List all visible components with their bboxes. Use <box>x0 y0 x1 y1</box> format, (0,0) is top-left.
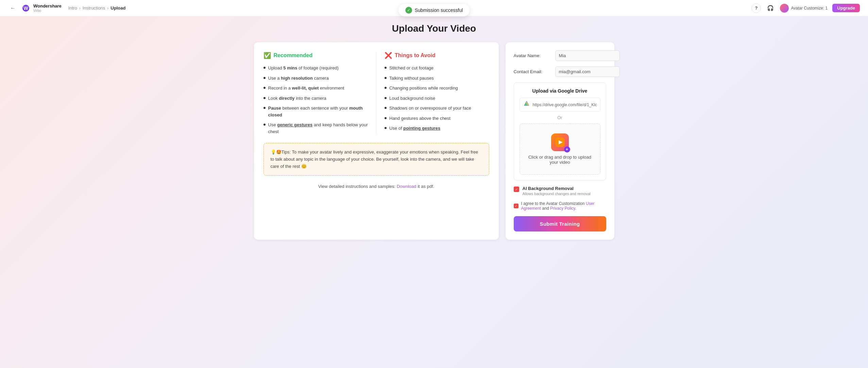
breadcrumb-instructions: Instructions <box>83 5 105 11</box>
list-item-text: Use of pointing gestures <box>389 125 440 132</box>
list-item: Use generic gestures and keep hands belo… <box>263 122 368 135</box>
contact-email-input[interactable] <box>555 66 620 77</box>
recommended-list: Upload 5 mins of footage (required) Use … <box>263 65 368 135</box>
bullet-icon <box>385 127 387 129</box>
avatar-name-input[interactable] <box>555 50 620 61</box>
logo-sub: Virbo <box>33 9 62 13</box>
list-item-text: Shadows on or overexposure of your face <box>389 105 471 112</box>
list-item-text: Pause between each sentence with your mo… <box>268 105 368 118</box>
left-panel: ✅ Recommended Upload 5 mins of footage (… <box>254 42 499 240</box>
list-item-text: Use a high resolution camera <box>268 75 329 82</box>
tips-text: 💡🤩Tips: To make your avatar lively and e… <box>271 149 478 169</box>
bullet-icon <box>385 67 387 69</box>
drive-url-input[interactable] <box>533 102 597 107</box>
avoid-list: Stitched or cut footage Talking without … <box>385 65 489 132</box>
guidelines-row: ✅ Recommended Upload 5 mins of footage (… <box>263 52 489 135</box>
upload-zone-text: Click or drag and drop to upload your vi… <box>525 155 595 165</box>
logo-brand: Wondershare <box>33 3 62 9</box>
list-item-text: Look directly into the camera <box>268 95 326 102</box>
headset-button[interactable]: 🎧 <box>766 3 775 13</box>
recommended-icon: ✅ <box>263 52 271 59</box>
privacy-policy-link[interactable]: Privacy Policy <box>550 206 575 211</box>
help-button[interactable]: ? <box>751 3 761 13</box>
bullet-icon <box>263 97 266 99</box>
logo-icon: W <box>20 3 31 14</box>
breadcrumb-sep-1: › <box>79 6 81 11</box>
toast-text: Submission successful <box>415 7 463 13</box>
terms-and: and <box>541 206 550 211</box>
bullet-icon <box>385 87 387 89</box>
logo-text-block: Wondershare Virbo <box>33 3 62 13</box>
terms-checkbox[interactable]: ✓ <box>514 204 518 208</box>
ai-bg-title: AI Background Removal <box>523 186 606 191</box>
list-item: Loud background noise <box>385 95 489 102</box>
recommended-col: ✅ Recommended Upload 5 mins of footage (… <box>263 52 368 135</box>
avoid-col: ❌ Things to Avoid Stitched or cut footag… <box>385 52 489 135</box>
drive-input-row[interactable] <box>520 98 600 112</box>
bottom-note: View detailed instructions and samples: … <box>263 184 489 189</box>
terms-text: I agree to the Avatar Customization User… <box>521 201 606 211</box>
list-item: Hand gestures above the chest <box>385 115 489 122</box>
avatar-name-label: Avatar Name: <box>514 53 551 58</box>
breadcrumb-upload: Upload <box>110 5 125 11</box>
bottom-note-before: View detailed instructions and samples: <box>318 184 397 189</box>
avatar-customize-text: Avatar Customize: 1 <box>791 6 828 11</box>
list-item-text: Record in a well-lit, quiet environment <box>268 85 344 92</box>
bullet-icon <box>263 67 266 69</box>
or-divider: Or <box>520 115 600 120</box>
header-right: ? 🎧 Avatar Customize: 1 Upgrade <box>751 3 860 13</box>
avatar-customize-label: Avatar Customize: 1 <box>780 4 828 13</box>
bottom-note-after: it as pdf. <box>416 184 435 189</box>
recommended-title: ✅ Recommended <box>263 52 368 59</box>
contact-email-row: Contact Email: <box>514 66 606 77</box>
google-drive-icon <box>523 100 530 109</box>
list-item: Use a high resolution camera <box>263 75 368 82</box>
logo: W Wondershare Virbo <box>20 3 62 14</box>
download-link[interactable]: Download <box>397 184 416 189</box>
bullet-icon <box>263 77 266 79</box>
ai-background-removal-row: ✓ AI Background Removal Allows backgroun… <box>514 186 606 196</box>
upload-icon-wrap: + <box>551 133 569 151</box>
list-item: Upload 5 mins of footage (required) <box>263 65 368 71</box>
toast-check-icon: ✓ <box>405 7 412 14</box>
avoid-title: ❌ Things to Avoid <box>385 52 489 59</box>
list-item-text: Upload 5 mins of footage (required) <box>268 65 339 71</box>
terms-row: ✓ I agree to the Avatar Customization Us… <box>514 201 606 211</box>
bullet-icon <box>385 107 387 109</box>
list-item-text: Talking without pauses <box>389 75 434 82</box>
contact-email-label: Contact Email: <box>514 69 551 74</box>
list-item-text: Loud background noise <box>389 95 435 102</box>
bullet-icon <box>385 117 387 119</box>
svg-text:W: W <box>23 5 28 11</box>
breadcrumb-sep-2: › <box>107 6 108 11</box>
list-item: Look directly into the camera <box>263 95 368 102</box>
avatar-name-row: Avatar Name: <box>514 50 606 61</box>
col-divider <box>376 52 376 135</box>
list-item: Changing positions while recording <box>385 85 489 92</box>
content-row: ✅ Recommended Upload 5 mins of footage (… <box>247 42 621 240</box>
recommended-label: Recommended <box>274 52 313 59</box>
back-button[interactable]: ← <box>8 3 18 13</box>
list-item: Record in a well-lit, quiet environment <box>263 85 368 92</box>
submit-training-button[interactable]: Submit Training <box>514 216 606 231</box>
upload-zone[interactable]: + Click or drag and drop to upload your … <box>520 124 600 175</box>
ai-bg-checkbox[interactable]: ✓ <box>514 187 519 192</box>
avatar-icon <box>780 4 789 13</box>
bullet-icon <box>385 97 387 99</box>
breadcrumb-intro: Intro <box>68 5 77 11</box>
upload-plus-icon: + <box>564 146 570 153</box>
bullet-icon <box>263 87 266 89</box>
avoid-label: Things to Avoid <box>395 52 436 59</box>
bullet-icon <box>263 124 266 126</box>
bullet-icon <box>263 107 266 109</box>
terms-after: . <box>575 206 576 211</box>
upgrade-button[interactable]: Upgrade <box>832 4 860 12</box>
toast-notification: ✓ Submission successful <box>398 4 470 16</box>
list-item-text: Stitched or cut footage <box>389 65 433 71</box>
list-item: Talking without pauses <box>385 75 489 82</box>
google-drive-title: Upload via Google Drive <box>520 88 600 94</box>
right-panel: Avatar Name: Contact Email: Upload via G… <box>506 42 614 240</box>
list-item-text: Use generic gestures and keep hands belo… <box>268 122 368 135</box>
list-item-text: Hand gestures above the chest <box>389 115 450 122</box>
terms-before: I agree to the Avatar Customization <box>521 201 586 206</box>
